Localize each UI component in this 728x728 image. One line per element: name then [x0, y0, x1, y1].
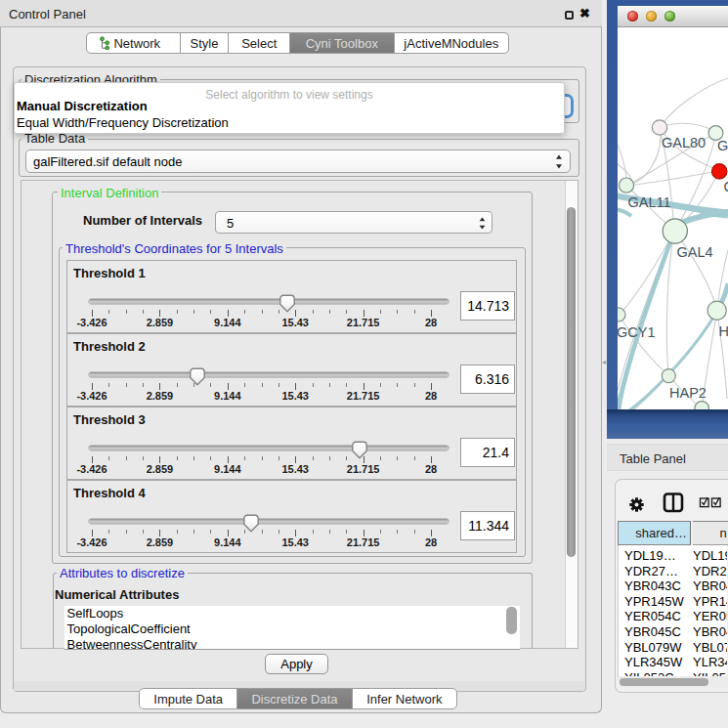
svg-text:CYC: CYC	[724, 179, 728, 194]
svg-text:GAL2: GAL2	[717, 138, 728, 153]
svg-text:GAL4: GAL4	[677, 244, 713, 260]
svg-text:GAL11: GAL11	[628, 194, 671, 210]
svg-text:HIS: HIS	[719, 323, 728, 339]
svg-text:GCY1: GCY1	[618, 324, 656, 340]
svg-text:GAL80: GAL80	[662, 135, 706, 150]
svg-text:HAP2: HAP2	[669, 385, 707, 401]
